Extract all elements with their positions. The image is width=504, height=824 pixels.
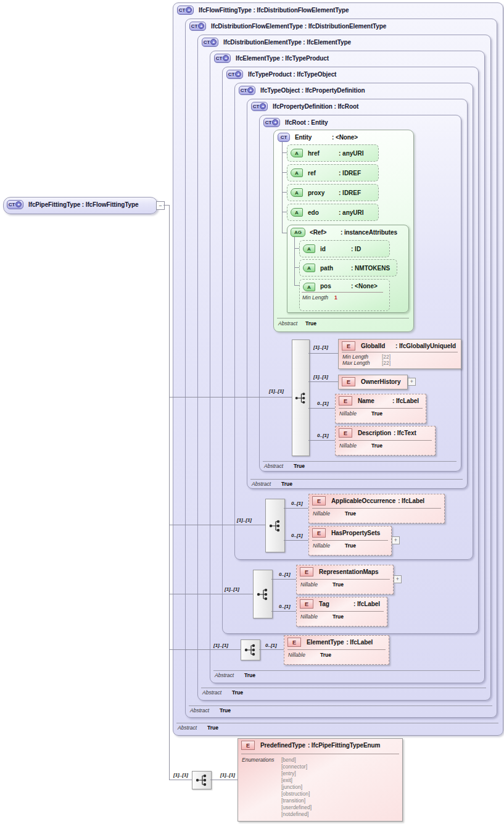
sequence-icon[interactable]: [292, 339, 310, 456]
header-ifcflowfittingtype[interactable]: CT+ IfcFlowFittingType : IfcDistribution…: [177, 5, 349, 15]
separator: [241, 754, 399, 754]
attribute-type: : anyURI: [339, 209, 364, 216]
element-tag[interactable]: E Tag : IfcLabel NillableTrue: [296, 597, 387, 626]
cardinality-label: 0..[1]: [291, 501, 303, 506]
complextype-icon: CT: [278, 133, 290, 142]
attribute-proxy[interactable]: A proxy : IDREF: [287, 184, 379, 201]
connector-line: [282, 152, 287, 153]
attribute-ref[interactable]: A ref : IDREF: [287, 164, 379, 181]
element-predefinedtype[interactable]: E PredefinedType : IfcPipeFittingTypeEnu…: [238, 738, 403, 822]
attribute-name: path: [320, 265, 349, 272]
element-name: PredefinedType: [260, 742, 305, 749]
header-ifcroot[interactable]: CT+ IfcRoot : Entity: [263, 117, 328, 127]
header-label: IfcTypeProduct : IfcTypeObject: [248, 71, 336, 78]
header-ifcdistributionflowelementtype[interactable]: CT+ IfcDistributionFlowElementType : Ifc…: [189, 21, 386, 31]
nillable-facet: NillableTrue: [288, 652, 331, 658]
attribute-icon: A: [291, 149, 303, 157]
complextype-icon: CT+: [202, 38, 218, 47]
plus-icon: +: [186, 7, 192, 13]
element-ownerhistory[interactable]: E OwnerHistory: [338, 375, 408, 389]
element-applicableoccurrence[interactable]: E ApplicableOccurrence : IfcLabel Nillab…: [308, 494, 445, 523]
header-entity[interactable]: CT Entity : <None>: [278, 132, 358, 142]
plus-icon: +: [223, 55, 229, 61]
expand-icon[interactable]: +: [408, 378, 416, 386]
enum-value: [notdefined]: [281, 811, 312, 818]
attribute-id[interactable]: A id : ID: [299, 240, 390, 257]
header-ifcpropertydefinition[interactable]: CT+ IfcPropertyDefinition : IfcRoot: [251, 101, 358, 111]
element-type: : IfcPipeFittingTypeEnum: [308, 742, 380, 749]
expand-icon[interactable]: +: [392, 536, 400, 544]
entity-name: Entity: [295, 134, 332, 141]
expand-icon[interactable]: +: [394, 575, 402, 583]
cardinality-label: [1]..[1]: [220, 772, 235, 778]
header-label: IfcDistributionFlowElementType : IfcDist…: [211, 23, 386, 30]
element-type: : IfcText: [394, 430, 416, 436]
element-type: : IfcLabel: [353, 601, 380, 607]
nillable-facet: NillableTrue: [313, 543, 356, 549]
minlength-facet: Min Length[22]: [342, 354, 390, 360]
abstract-facet-ifcdistributionflowelementtype: AbstractTrue: [190, 707, 231, 714]
sequence-glyph: [193, 772, 210, 789]
attribute-icon: A: [303, 264, 315, 272]
attribute-href[interactable]: A href : anyURI: [287, 144, 379, 162]
attribute-type: : IDREF: [339, 170, 361, 177]
plus-icon: +: [247, 87, 254, 93]
separator: [277, 318, 409, 318]
plus-icon: +: [260, 103, 266, 109]
attribute-name: proxy: [308, 189, 336, 196]
header-ifcdistributionelementtype[interactable]: CT+ IfcDistributionElementType : IfcElem…: [202, 37, 351, 47]
group-type: : instanceAttributes: [341, 229, 397, 236]
attribute-name: ref: [308, 170, 336, 177]
element-name[interactable]: E Name : IfcLabel NillableTrue: [335, 394, 426, 423]
connector-line: [308, 381, 338, 382]
separator: [339, 440, 432, 441]
attribute-type: : anyURI: [339, 150, 364, 157]
attribute-path[interactable]: A path : NMTOKENS: [299, 259, 397, 277]
separator: [213, 670, 480, 671]
element-haspropertysets[interactable]: E HasPropertySets NillableTrue: [308, 526, 392, 556]
header-label: IfcElementType : IfcTypeProduct: [236, 55, 329, 62]
separator: [339, 408, 423, 409]
connector-line: [284, 508, 308, 509]
sequence-icon[interactable]: [192, 771, 212, 789]
attribute-type: : NMTOKENS: [351, 265, 390, 272]
separator: [250, 479, 463, 480]
header-ifcpipefittingtype[interactable]: CT+ IfcPipeFittingType : IfcFlowFittingT…: [7, 199, 139, 209]
collapse-icon[interactable]: −: [156, 201, 165, 210]
element-description[interactable]: E Description : IfcText NillableTrue: [335, 426, 436, 456]
connector-line: [169, 205, 170, 780]
element-icon: E: [342, 377, 355, 386]
attribute-edo[interactable]: A edo : anyURI: [287, 204, 379, 221]
plus-icon: +: [15, 201, 22, 207]
cardinality-label: [1]..[1]: [237, 517, 252, 523]
connector-line: [294, 248, 299, 249]
separator: [201, 688, 486, 688]
attribute-name: id: [320, 246, 349, 252]
connector-line: [308, 408, 335, 409]
element-name: OwnerHistory: [361, 378, 400, 385]
enum-value: [connector]: [281, 764, 312, 770]
abstract-facet-entity: AbstractTrue: [278, 320, 316, 327]
element-elementtype[interactable]: E ElementType : IfcLabel NillableTrue: [284, 635, 389, 665]
element-globalid[interactable]: E GlobalId : IfcGloballyUniqueId Min Len…: [338, 339, 461, 369]
header-ifctypeproduct[interactable]: CT+ IfcTypeProduct : IfcTypeObject: [226, 69, 336, 79]
enum-value: [junction]: [281, 784, 312, 791]
sequence-icon[interactable]: [253, 570, 273, 618]
cardinality-label: 0..[1]: [279, 604, 291, 609]
cardinality-label: 0..[1]: [317, 401, 329, 406]
header-ifctypeobject[interactable]: CT+ IfcTypeObject : IfcPropertyDefinitio…: [239, 85, 365, 95]
abstract-facet-ifcpropertydefinition: AbstractTrue: [252, 481, 292, 487]
separator: [300, 611, 384, 612]
header-label: IfcDistributionElementType : IfcElementT…: [223, 39, 351, 46]
connector-line: [169, 780, 192, 780]
sequence-glyph: [292, 389, 309, 407]
cardinality-label: 0..[1]: [279, 572, 291, 577]
enum-value: [exit]: [281, 777, 312, 784]
sequence-icon[interactable]: [265, 499, 285, 552]
header-ifcelementtype[interactable]: CT+ IfcElementType : IfcTypeProduct: [214, 53, 329, 63]
nillable-facet: NillableTrue: [300, 614, 344, 620]
element-representationmaps[interactable]: E RepresentationMaps NillableTrue: [296, 565, 394, 594]
sequence-icon[interactable]: [241, 639, 260, 660]
enumerations-label: Enumerations: [242, 757, 274, 763]
abstract-facet-ifcdistributionelementtype: AbstractTrue: [202, 689, 243, 696]
